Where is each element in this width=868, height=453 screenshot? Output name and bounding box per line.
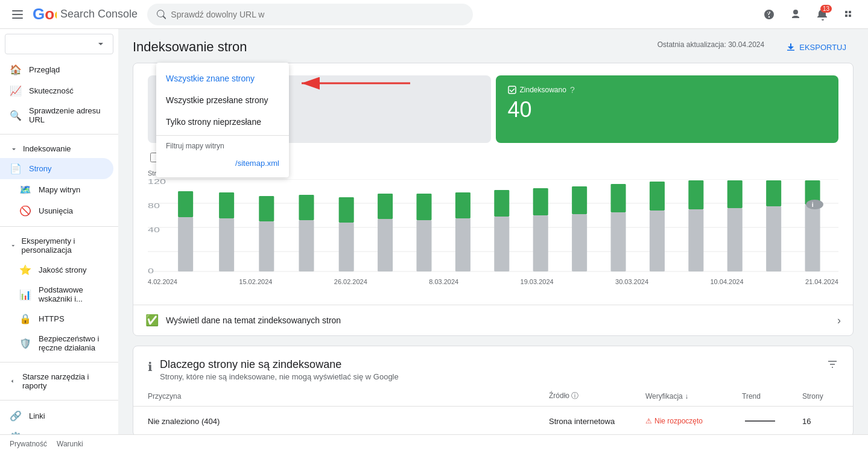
svg-rect-22 bbox=[299, 195, 314, 220]
chart-container: 120 80 40 0 bbox=[148, 179, 838, 276]
col-strony: Strony bbox=[802, 392, 838, 401]
sidebar-item-linki[interactable]: 🔗 Linki bbox=[0, 405, 113, 426]
card-link-row[interactable]: ✅ Wyświetl dane na temat zindeksowanych … bbox=[133, 305, 853, 335]
page-title: Indeksowanie stron bbox=[133, 39, 247, 55]
app-title: Search Console bbox=[60, 8, 138, 21]
svg-rect-45 bbox=[766, 206, 781, 271]
svg-rect-41 bbox=[688, 209, 703, 271]
indexed-header: Zindeksowano ? bbox=[508, 85, 827, 95]
dropdown-divider bbox=[156, 135, 289, 136]
lock-icon: 🔒 bbox=[19, 313, 31, 325]
topbar-right: 13 bbox=[757, 2, 861, 27]
svg-rect-38 bbox=[611, 184, 626, 212]
svg-rect-25 bbox=[378, 219, 393, 271]
svg-rect-47 bbox=[805, 204, 820, 271]
filter-button[interactable] bbox=[826, 358, 838, 373]
svg-rect-30 bbox=[455, 192, 470, 218]
col-zrodlo: Źródło ⓘ bbox=[549, 391, 645, 401]
dropdown-item-all-submitted[interactable]: Wszystkie przesłane strony bbox=[156, 89, 289, 111]
indexed-info-icon[interactable]: ? bbox=[570, 85, 575, 95]
sidebar-item-skutecznosc[interactable]: 📈 Skuteczność bbox=[0, 80, 113, 101]
notifications-button[interactable]: 13 bbox=[810, 2, 834, 27]
warning-icon: ⚠ bbox=[645, 417, 652, 425]
sidebar-item-przeglad[interactable]: 🏠 Przegląd bbox=[0, 59, 113, 80]
help-button[interactable] bbox=[757, 2, 781, 27]
quality-icon: ⭐ bbox=[19, 264, 31, 276]
col-przyczyna: Przyczyna bbox=[148, 392, 549, 401]
sidebar-item-label: Przegląd bbox=[29, 65, 60, 74]
sidebar-item-mapy[interactable]: 🗺️ Mapy witryn bbox=[0, 179, 113, 200]
sidebar-section-eksperymenty[interactable]: Eksperymenty i personalizacja bbox=[0, 232, 118, 259]
sidebar-item-label: Bezpieczeństwo i ręczne działania bbox=[39, 334, 104, 352]
search-input[interactable] bbox=[171, 10, 463, 19]
svg-rect-46 bbox=[766, 180, 781, 206]
link-icon: 🔗 bbox=[10, 410, 22, 422]
svg-rect-35 bbox=[572, 214, 587, 271]
topbar: Google Search Console 13 bbox=[0, 0, 868, 29]
chart-icon: 📈 bbox=[10, 85, 22, 97]
x-label-8: 21.04.2024 bbox=[805, 278, 838, 285]
cell-strony: 16 bbox=[802, 417, 838, 426]
property-selector[interactable] bbox=[5, 34, 113, 54]
svg-rect-16 bbox=[178, 191, 193, 217]
svg-rect-42 bbox=[688, 180, 703, 209]
svg-rect-37 bbox=[611, 212, 626, 271]
notifications-badge: 13 bbox=[820, 5, 832, 13]
section-label: Indeksowanie bbox=[23, 144, 71, 153]
section-label: Eksperymenty i personalizacja bbox=[22, 236, 109, 255]
sidebar-divider-3 bbox=[0, 362, 118, 363]
svg-rect-24 bbox=[339, 197, 354, 223]
export-button[interactable]: EKSPORTUJ bbox=[779, 39, 854, 55]
sidebar-item-https[interactable]: 🔒 HTTPS bbox=[0, 308, 113, 329]
table-header: Przyczyna Źródło ⓘ Weryfikacja ↓ Trend S… bbox=[133, 386, 853, 407]
cell-przyczyna: Nie znaleziono (404) bbox=[148, 417, 549, 426]
sidebar-item-sprawdzenie[interactable]: 🔍 Sprawdzenie adresu URL bbox=[0, 101, 113, 129]
card-link-content: ✅ Wyświetl dane na temat zindeksowanych … bbox=[145, 314, 341, 327]
footer: Prywatność Warunki bbox=[0, 434, 868, 453]
sidebar-item-label: Mapy witryn bbox=[39, 185, 80, 194]
sidebar-item-strony[interactable]: 📄 Strony bbox=[0, 158, 113, 179]
indexed-box[interactable]: Zindeksowano ? 40 bbox=[496, 75, 839, 143]
sidebar-item-jakosc[interactable]: ⭐ Jakość strony bbox=[0, 259, 113, 280]
table-row[interactable]: Nie znaleziono (404) Strona internetowa … bbox=[133, 407, 853, 436]
indexed-label: Zindeksowano bbox=[520, 86, 566, 94]
sidebar-item-label: Podstawowe wskaźniki i... bbox=[39, 285, 104, 303]
cell-zrodlo: Strona internetowa bbox=[549, 417, 645, 426]
checkbox-checked-icon bbox=[508, 86, 516, 94]
svg-rect-20 bbox=[259, 196, 274, 221]
why-card: ℹ Dlaczego strony nie są zindeksowane St… bbox=[133, 346, 854, 437]
svg-rect-21 bbox=[299, 220, 314, 271]
sidebar-item-usuniecia[interactable]: 🚫 Usunięcia bbox=[0, 200, 113, 221]
apps-button[interactable] bbox=[837, 2, 861, 27]
dropdown-item-all-known[interactable]: Wszystkie znane strony bbox=[156, 68, 289, 89]
sidebar-item-bezpieczenstwo[interactable]: 🛡️ Bezpieczeństwo i ręczne działania bbox=[0, 329, 113, 357]
chevron-right-icon: › bbox=[837, 314, 841, 327]
svg-text:40: 40 bbox=[148, 227, 160, 233]
sort-icon-weryfikacja: ↓ bbox=[685, 392, 688, 401]
shield-icon: 🛡️ bbox=[19, 338, 31, 349]
svg-text:120: 120 bbox=[148, 179, 166, 185]
download-icon bbox=[786, 42, 796, 52]
chart-svg: 120 80 40 0 bbox=[148, 179, 838, 276]
privacy-link[interactable]: Prywatność bbox=[10, 440, 47, 448]
sidebar-item-podstawowe[interactable]: 📊 Podstawowe wskaźniki i... bbox=[0, 280, 113, 308]
svg-rect-31 bbox=[494, 217, 509, 271]
sidebar-section-starsze[interactable]: Starsze narzędzia i raporty bbox=[0, 367, 118, 395]
svg-rect-34 bbox=[533, 188, 548, 215]
menu-button[interactable] bbox=[7, 4, 28, 25]
sitemap-link[interactable]: /sitemap.xml bbox=[235, 159, 279, 168]
cell-trend bbox=[742, 414, 802, 428]
svg-rect-15 bbox=[178, 217, 193, 271]
account-button[interactable] bbox=[784, 2, 808, 27]
chart-x-labels: 4.02.2024 15.02.2024 26.02.2024 8.03.202… bbox=[148, 276, 838, 288]
sidebar-section-indeksowanie[interactable]: Indeksowanie bbox=[0, 139, 118, 158]
svg-rect-40 bbox=[650, 182, 665, 211]
x-label-7: 10.04.2024 bbox=[710, 278, 743, 285]
terms-link[interactable]: Warunki bbox=[57, 440, 83, 448]
svg-rect-26 bbox=[378, 194, 393, 219]
sidebar-item-label: Usunięcia bbox=[39, 206, 73, 215]
dropdown-item-only-not-submitted[interactable]: Tylko strony nieprzesłane bbox=[156, 111, 289, 133]
sidebar-item-label: Skuteczność bbox=[29, 86, 74, 95]
layout: 🏠 Przegląd 📈 Skuteczność 🔍 Sprawdzenie a… bbox=[0, 29, 868, 453]
why-card-title-area: ℹ Dlaczego strony nie są zindeksowane St… bbox=[148, 358, 399, 381]
